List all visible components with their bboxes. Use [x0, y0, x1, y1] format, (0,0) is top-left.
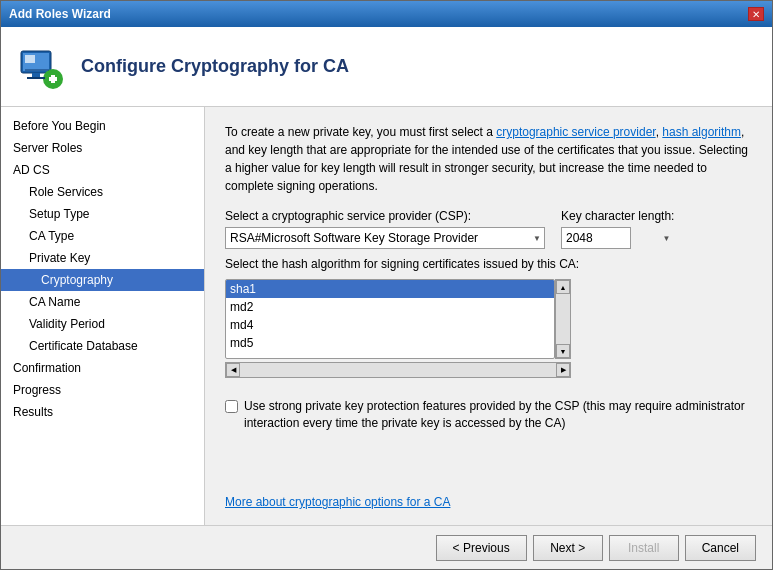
hash-scrollbar-v: ▲ ▼	[555, 279, 571, 359]
more-info-link[interactable]: More about cryptographic options for a C…	[225, 495, 450, 509]
svg-rect-6	[25, 69, 49, 71]
csp-label: Select a cryptographic service provider …	[225, 209, 545, 223]
wizard-window: Add Roles Wizard ✕ Config	[0, 0, 773, 570]
sidebar-item-ad-cs[interactable]: AD CS	[1, 159, 204, 181]
next-button[interactable]: Next >	[533, 535, 603, 561]
scroll-left-btn[interactable]: ◀	[226, 363, 240, 377]
sidebar-item-setup-type[interactable]: Setup Type	[1, 203, 204, 225]
csp-group: Select a cryptographic service provider …	[225, 209, 545, 249]
previous-button[interactable]: < Previous	[436, 535, 527, 561]
sidebar-item-certificate-database[interactable]: Certificate Database	[1, 335, 204, 357]
key-length-group: Key character length: 512102420484096819…	[561, 209, 674, 249]
sidebar-item-ca-name[interactable]: CA Name	[1, 291, 204, 313]
sidebar-item-server-roles[interactable]: Server Roles	[1, 137, 204, 159]
hash-scrollbar-h: ◀ ▶	[225, 362, 571, 378]
link-row: More about cryptographic options for a C…	[225, 495, 752, 509]
key-length-select[interactable]: 512102420484096819216384	[561, 227, 631, 249]
description-text: To create a new private key, you must fi…	[225, 123, 752, 195]
svg-rect-2	[25, 55, 35, 63]
sidebar-item-cryptography[interactable]: Cryptography	[1, 269, 204, 291]
sidebar-item-before-you-begin[interactable]: Before You Begin	[1, 115, 204, 137]
cancel-button[interactable]: Cancel	[685, 535, 756, 561]
hash-listbox[interactable]: sha1md2md4md5	[225, 279, 555, 359]
scroll-right-btn[interactable]: ▶	[556, 363, 570, 377]
scroll-down-btn[interactable]: ▼	[556, 344, 570, 358]
hash-listbox-wrapper: sha1md2md4md5 ▲ ▼	[225, 279, 752, 359]
strong-key-checkbox[interactable]	[225, 400, 238, 413]
sidebar-item-results[interactable]: Results	[1, 401, 204, 423]
svg-rect-8	[27, 77, 45, 79]
checkbox-row: Use strong private key protection featur…	[225, 398, 752, 432]
csp-key-row: Select a cryptographic service provider …	[225, 209, 752, 249]
scroll-track	[556, 294, 570, 344]
window-title: Add Roles Wizard	[9, 7, 111, 21]
close-button[interactable]: ✕	[748, 7, 764, 21]
strong-key-label: Use strong private key protection featur…	[244, 398, 752, 432]
hash-label: Select the hash algorithm for signing ce…	[225, 257, 752, 271]
csp-link[interactable]: cryptographic service provider	[496, 125, 655, 139]
header-icon	[17, 43, 65, 91]
sidebar: Before You BeginServer RolesAD CSRole Se…	[1, 107, 205, 525]
scroll-up-btn[interactable]: ▲	[556, 280, 570, 294]
svg-rect-7	[32, 73, 40, 77]
wizard-footer: < Previous Next > Install Cancel	[1, 525, 772, 569]
wizard-header: Configure Cryptography for CA	[1, 27, 772, 107]
svg-rect-5	[51, 75, 55, 83]
hash-link[interactable]: hash algorithm	[662, 125, 741, 139]
sidebar-item-ca-type[interactable]: CA Type	[1, 225, 204, 247]
sidebar-item-confirmation[interactable]: Confirmation	[1, 357, 204, 379]
key-length-wrapper: 512102420484096819216384	[561, 227, 674, 249]
title-bar: Add Roles Wizard ✕	[1, 1, 772, 27]
sidebar-item-private-key[interactable]: Private Key	[1, 247, 204, 269]
sidebar-item-progress[interactable]: Progress	[1, 379, 204, 401]
scroll-h-track	[240, 363, 556, 377]
content-area: Before You BeginServer RolesAD CSRole Se…	[1, 107, 772, 525]
page-title: Configure Cryptography for CA	[81, 56, 349, 77]
sidebar-item-role-services[interactable]: Role Services	[1, 181, 204, 203]
spacer	[225, 432, 752, 487]
csp-select-wrapper: RSA#Microsoft Software Key Storage Provi…	[225, 227, 545, 249]
csp-select[interactable]: RSA#Microsoft Software Key Storage Provi…	[225, 227, 545, 249]
sidebar-item-validity-period[interactable]: Validity Period	[1, 313, 204, 335]
install-button[interactable]: Install	[609, 535, 679, 561]
hash-group: Select the hash algorithm for signing ce…	[225, 257, 752, 378]
main-panel: To create a new private key, you must fi…	[205, 107, 772, 525]
key-length-label: Key character length:	[561, 209, 674, 223]
